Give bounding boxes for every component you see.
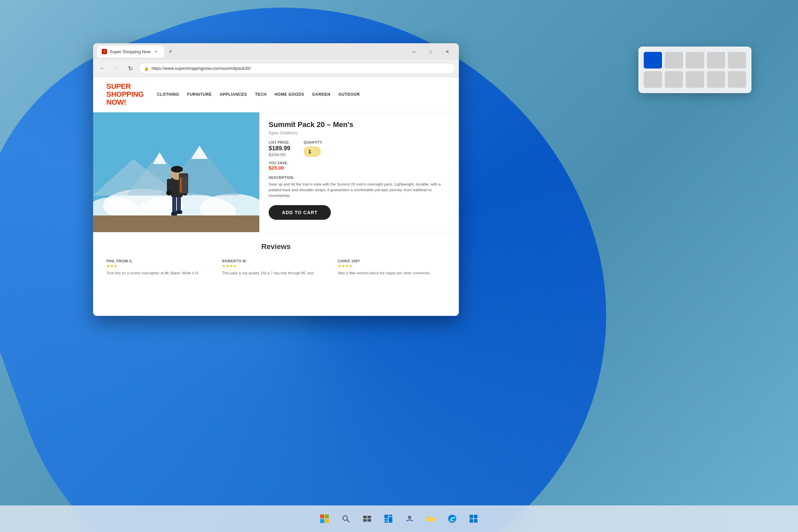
forward-button[interactable]: →	[111, 63, 122, 74]
snap-cell-8[interactable]	[686, 71, 704, 88]
quantity-input[interactable]	[304, 146, 321, 157]
snap-cell-3[interactable]	[686, 52, 704, 69]
review-stars-3: ★★★★	[338, 264, 445, 268]
nav-furniture[interactable]: FURNITURE	[187, 92, 212, 97]
price-column: LIST PRICE: $189.99 $194.99	[269, 141, 290, 157]
new-tab-button[interactable]: +	[165, 46, 176, 57]
product-brand: Apex Outdoors	[269, 130, 450, 135]
edge-button[interactable]	[443, 509, 461, 528]
svg-line-31	[347, 520, 349, 522]
tab-area: ! Super Shopping Now ✕ +	[97, 45, 404, 58]
quantity-column: QUANTITY:	[304, 141, 323, 157]
snap-cell-7[interactable]	[665, 71, 683, 88]
refresh-button[interactable]: ↻	[125, 63, 136, 74]
review-text-2: This pack is top-quality. Did a 7-day tr…	[222, 270, 330, 276]
review-text-1: Took this on a recent overnighter at Mt.…	[107, 270, 214, 276]
svg-rect-40	[384, 521, 388, 523]
explorer-button[interactable]	[422, 509, 440, 528]
search-taskbar-button[interactable]	[337, 509, 355, 528]
savings-label: YOU SAVE:	[269, 161, 450, 165]
svg-rect-32	[363, 516, 367, 518]
snap-cell-1[interactable]	[644, 52, 662, 69]
savings-amount: $25.00	[269, 165, 450, 171]
snap-cell-6[interactable]	[644, 71, 662, 88]
list-price-label: LIST PRICE:	[269, 141, 290, 144]
product-name: Summit Pack 20 – Men's	[269, 120, 450, 129]
snap-cell-5[interactable]	[728, 52, 746, 69]
maximize-button[interactable]: □	[423, 46, 438, 57]
review-text-3: Was a little worried about the zipper pe…	[338, 270, 445, 276]
svg-rect-43	[470, 515, 473, 518]
lock-icon: 🔒	[144, 66, 149, 71]
description-label: DESCRIPTION:	[269, 176, 450, 179]
price-current: $189.99	[269, 145, 290, 152]
price-original: $194.99	[269, 152, 290, 157]
nav-garden[interactable]: GARDEN	[312, 92, 330, 97]
price-section: LIST PRICE: $189.99 $194.99 QUANTITY:	[269, 141, 450, 157]
svg-point-21	[171, 166, 183, 173]
browser-toolbar: ← → ↻ 🔒 https://www.supershoppingnow.com…	[93, 60, 459, 77]
svg-rect-46	[474, 519, 477, 523]
store-logo[interactable]: SUPER SHOPPING NOW!	[107, 82, 144, 107]
product-image-area	[93, 112, 259, 232]
product-section: Summit Pack 20 – Men's Apex Outdoors LIS…	[93, 112, 459, 232]
browser-window: ! Super Shopping Now ✕ + — □ ✕ ← → ↻ 🔒 h…	[93, 43, 459, 316]
nav-home-goods[interactable]: HOME GOODS	[274, 92, 304, 97]
tab-favicon: !	[102, 49, 107, 54]
nav-outdoor[interactable]: OUTDOOR	[339, 92, 360, 97]
svg-rect-26	[320, 514, 324, 518]
svg-rect-28	[320, 519, 324, 523]
review-stars-1: ★★★	[107, 264, 214, 268]
product-image	[93, 112, 259, 232]
svg-rect-25	[179, 173, 188, 177]
snap-cell-4[interactable]	[707, 52, 725, 69]
snap-cell-9[interactable]	[707, 71, 725, 88]
svg-point-18	[166, 190, 172, 195]
svg-rect-35	[367, 519, 371, 522]
reviewer-name-3: CHRIS 1997	[338, 259, 445, 263]
store-nav: CLOTHING FURNITURE APPLIANCES TECH HOME …	[157, 92, 360, 97]
reviews-title: Reviews	[107, 242, 445, 251]
nav-tech[interactable]: TECH	[255, 92, 267, 97]
savings-section: YOU SAVE: $25.00	[269, 161, 450, 171]
minimize-button[interactable]: —	[406, 46, 422, 57]
browser-tab[interactable]: ! Super Shopping Now ✕	[97, 45, 164, 58]
svg-rect-10	[93, 215, 259, 232]
widgets-button[interactable]	[379, 509, 398, 528]
taskbar	[0, 506, 798, 532]
store-header: SUPER SHOPPING NOW! CLOTHING FURNITURE A…	[93, 77, 459, 112]
tab-title: Super Shopping Now	[110, 49, 151, 54]
review-item-1: PHIL FROM IL ★★★ Took this on a recent o…	[107, 259, 214, 276]
snap-cell-10[interactable]	[728, 71, 746, 88]
taskview-button[interactable]	[358, 509, 376, 528]
snap-cell-2[interactable]	[665, 52, 683, 69]
svg-rect-27	[325, 514, 329, 518]
back-button[interactable]: ←	[97, 63, 108, 74]
review-item-3: CHRIS 1997 ★★★★ Was a little worried abo…	[338, 259, 445, 276]
svg-rect-14	[176, 210, 182, 214]
tab-close-button[interactable]: ✕	[153, 49, 159, 55]
nav-clothing[interactable]: CLOTHING	[157, 92, 179, 97]
nav-appliances[interactable]: APPLIANCES	[220, 92, 247, 97]
store-button[interactable]	[464, 509, 483, 528]
svg-rect-45	[470, 519, 473, 523]
product-details: Summit Pack 20 – Men's Apex Outdoors LIS…	[259, 112, 459, 232]
add-to-cart-button[interactable]: ADD TO CART	[269, 205, 331, 220]
review-item-2: ROBERTO M. ★★★★ This pack is top-quality…	[222, 259, 330, 276]
start-button[interactable]	[315, 509, 334, 528]
svg-rect-33	[367, 516, 371, 518]
url-display: https://www.supershoppingnow.com/summitp…	[152, 66, 251, 71]
snap-layout-popup	[639, 46, 752, 93]
close-button[interactable]: ✕	[440, 46, 455, 57]
review-stars-2: ★★★★	[222, 264, 330, 268]
svg-rect-36	[384, 515, 388, 518]
reviewer-name-1: PHIL FROM IL	[107, 259, 214, 263]
address-bar[interactable]: 🔒 https://www.supershoppingnow.com/summi…	[139, 63, 455, 74]
product-scene-svg	[93, 112, 259, 232]
svg-point-41	[408, 516, 411, 519]
description-text: Gear up and hit the trail in style with …	[269, 182, 450, 199]
teams-button[interactable]	[400, 509, 419, 528]
reviews-grid: PHIL FROM IL ★★★ Took this on a recent o…	[107, 259, 445, 276]
svg-rect-11	[172, 195, 176, 214]
svg-rect-44	[474, 515, 477, 518]
